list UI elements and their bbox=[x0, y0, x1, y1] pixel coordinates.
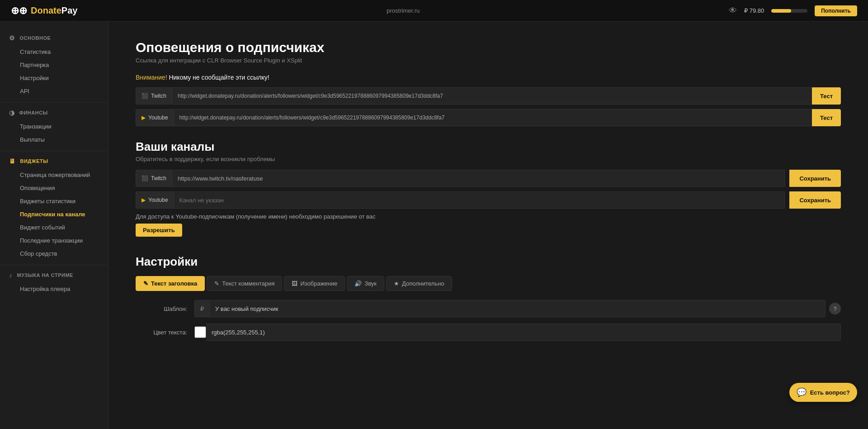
monitor-icon: 🖥 bbox=[9, 157, 16, 165]
tab-sound-icon: 🔊 bbox=[354, 280, 362, 287]
sidebar-item-stranica[interactable]: Страница пожертвований bbox=[0, 168, 108, 181]
sidebar-section-muzyka: ♪ МУЗЫКА НА СТРИМЕ Настройка плеера bbox=[0, 268, 108, 296]
sidebar: ⚙ ОСНОВНОЕ Статистика Партнерка Настройк… bbox=[0, 22, 108, 429]
tab-image-icon: 🖼 bbox=[292, 280, 297, 287]
sidebar-section-header-finansy: ◑ ФИНАНСЫ bbox=[0, 105, 108, 120]
tab-text-comment-label: Текст комментария bbox=[222, 280, 274, 287]
twitch-channel-icon: ⬛ bbox=[142, 175, 148, 181]
tab-text-comment-icon: ✎ bbox=[214, 280, 219, 287]
sidebar-item-opovescheniya[interactable]: Оповещения bbox=[0, 181, 108, 195]
channels-subtitle: Обратитесь в поддержку, если возникли пр… bbox=[136, 156, 841, 162]
tab-extra-icon: ★ bbox=[394, 280, 399, 287]
youtube-test-button[interactable]: Тест bbox=[812, 109, 841, 126]
finance-icon: ◑ bbox=[9, 109, 15, 116]
twitch-test-button[interactable]: Тест bbox=[812, 87, 841, 105]
layout: ⚙ ОСНОВНОЕ Статистика Партнерка Настройк… bbox=[0, 22, 868, 429]
shablon-info-button[interactable]: ? bbox=[829, 303, 841, 315]
site-url: prostrimer.ru bbox=[387, 7, 420, 14]
settings-tabs: ✎ Текст заголовка ✎ Текст комментария 🖼 … bbox=[136, 276, 841, 291]
tab-text-header[interactable]: ✎ Текст заголовка bbox=[136, 276, 205, 291]
balance-bar bbox=[771, 9, 807, 13]
sidebar-item-nastroyka-pleera[interactable]: Настройка плеера bbox=[0, 282, 108, 296]
logo-icon: ⊕⊕ bbox=[11, 5, 27, 17]
sidebar-divider-1 bbox=[0, 102, 108, 103]
shablon-input[interactable] bbox=[209, 300, 826, 317]
youtube-url-row: ▶ Youtube Тест bbox=[136, 109, 841, 126]
page-subtitle: Ссылка для интеграции с CLR Browser Sour… bbox=[136, 57, 841, 64]
eye-icon[interactable]: 👁 bbox=[729, 6, 737, 15]
sidebar-divider-3 bbox=[0, 265, 108, 265]
sidebar-item-podpischiki[interactable]: Подписчики на канале bbox=[0, 208, 108, 221]
form-control-shablon: ₽ ? bbox=[194, 300, 841, 317]
tab-sound[interactable]: 🔊 Звук bbox=[347, 276, 384, 291]
form-control-color bbox=[194, 324, 841, 341]
logo[interactable]: ⊕⊕ DonatePay bbox=[11, 5, 77, 17]
twitch-channel-label: Twitch bbox=[151, 175, 166, 181]
form-row-color: Цвет текста: bbox=[136, 324, 841, 341]
sidebar-section-label-vidzety: ВИДЖЕТЫ bbox=[20, 158, 48, 164]
sidebar-item-partnerka[interactable]: Партнерка bbox=[0, 58, 108, 72]
balance-bar-fill bbox=[771, 9, 791, 13]
sidebar-item-sbor[interactable]: Сбор средств bbox=[0, 247, 108, 260]
twitch-save-button[interactable]: Сохранить bbox=[789, 170, 841, 187]
sidebar-item-nastroyki[interactable]: Настройки bbox=[0, 72, 108, 85]
sidebar-item-vidzety-stat[interactable]: Виджеты статистики bbox=[0, 195, 108, 208]
twitch-channel-badge: ⬛ Twitch bbox=[136, 170, 172, 187]
twitch-badge: ⬛ Twitch bbox=[136, 87, 172, 105]
warning-highlight: Внимание! bbox=[136, 74, 167, 81]
youtube-url-input[interactable] bbox=[174, 109, 812, 126]
sidebar-item-vyplaty[interactable]: Выплаты bbox=[0, 133, 108, 146]
sidebar-item-vidzet-sobytiy[interactable]: Виджет событий bbox=[0, 221, 108, 234]
twitch-url-input[interactable] bbox=[172, 87, 812, 105]
tab-extra-label: Дополнительно bbox=[402, 280, 444, 287]
youtube-channel-icon: ▶ bbox=[142, 197, 146, 203]
youtube-channel-input[interactable] bbox=[174, 191, 785, 209]
tab-text-header-icon: ✎ bbox=[143, 280, 148, 287]
allow-button[interactable]: Разрешить bbox=[136, 224, 182, 237]
sidebar-section-header-muzyka: ♪ МУЗЫКА НА СТРИМЕ bbox=[0, 268, 108, 282]
tab-text-comment[interactable]: ✎ Текст комментария bbox=[207, 276, 282, 291]
youtube-icon: ▶ bbox=[142, 114, 146, 121]
form-label-color: Цвет текста: bbox=[136, 329, 194, 336]
sidebar-item-api[interactable]: API bbox=[0, 85, 108, 98]
main-content: Оповещения о подписчиках Ссылка для инте… bbox=[108, 22, 868, 429]
youtube-save-button[interactable]: Сохранить bbox=[789, 191, 841, 209]
sidebar-section-header-osnov: ⚙ ОСНОВНОЕ bbox=[0, 31, 108, 45]
shablon-prefix: ₽ bbox=[194, 300, 209, 317]
sidebar-item-posled-tranz[interactable]: Последние транзакции bbox=[0, 234, 108, 247]
chat-bubble-icon: 💬 bbox=[797, 387, 807, 397]
balance-display: ₽ 79.80 bbox=[744, 7, 764, 14]
twitch-label: Twitch bbox=[151, 93, 166, 99]
chat-button[interactable]: 💬 Есть вопрос? bbox=[789, 383, 857, 402]
youtube-badge: ▶ Youtube bbox=[136, 109, 174, 126]
warning-normal: Никому не сообщайте эти ссылку! bbox=[169, 74, 269, 81]
sidebar-section-osnov: ⚙ ОСНОВНОЕ Статистика Партнерка Настройк… bbox=[0, 31, 108, 98]
music-icon: ♪ bbox=[9, 272, 13, 279]
warning-text: Внимание! Никому не сообщайте эти ссылку… bbox=[136, 74, 841, 81]
tab-image-label: Изображение bbox=[300, 280, 337, 287]
sidebar-item-statistika[interactable]: Статистика bbox=[0, 45, 108, 58]
sidebar-section-label-finansy: ФИНАНСЫ bbox=[19, 110, 48, 115]
tab-image[interactable]: 🖼 Изображение bbox=[284, 276, 345, 291]
sidebar-section-finansy: ◑ ФИНАНСЫ Транзакции Выплаты bbox=[0, 105, 108, 146]
logo-text: DonatePay bbox=[31, 5, 77, 16]
topbar-right: 👁 ₽ 79.80 Пополнить bbox=[729, 5, 857, 16]
tab-text-header-label: Текст заголовка bbox=[151, 280, 197, 287]
color-swatch[interactable] bbox=[194, 326, 206, 338]
channels-title: Ваши каналы bbox=[136, 140, 841, 154]
tab-extra[interactable]: ★ Дополнительно bbox=[386, 276, 452, 291]
twitch-icon: ⬛ bbox=[142, 93, 148, 99]
twitch-url-row: ⬛ Twitch Тест bbox=[136, 87, 841, 105]
twitch-channel-input[interactable] bbox=[172, 170, 785, 187]
topbar: ⊕⊕ DonatePay prostrimer.ru 👁 ₽ 79.80 Поп… bbox=[0, 0, 868, 22]
youtube-label: Youtube bbox=[148, 114, 168, 121]
sidebar-section-header-vidzety: 🖥 ВИДЖЕТЫ bbox=[0, 154, 108, 168]
topup-button[interactable]: Пополнить bbox=[815, 5, 857, 16]
sidebar-item-tranzakcii[interactable]: Транзакции bbox=[0, 120, 108, 133]
youtube-notice: Для доступа к Youtube-подписчикам (получ… bbox=[136, 213, 841, 220]
sidebar-section-label-osnov: ОСНОВНОЕ bbox=[20, 35, 51, 41]
page-title: Оповещения о подписчиках bbox=[136, 40, 841, 55]
color-input[interactable] bbox=[206, 324, 841, 341]
sidebar-divider-2 bbox=[0, 151, 108, 151]
youtube-channel-label: Youtube bbox=[148, 197, 168, 203]
